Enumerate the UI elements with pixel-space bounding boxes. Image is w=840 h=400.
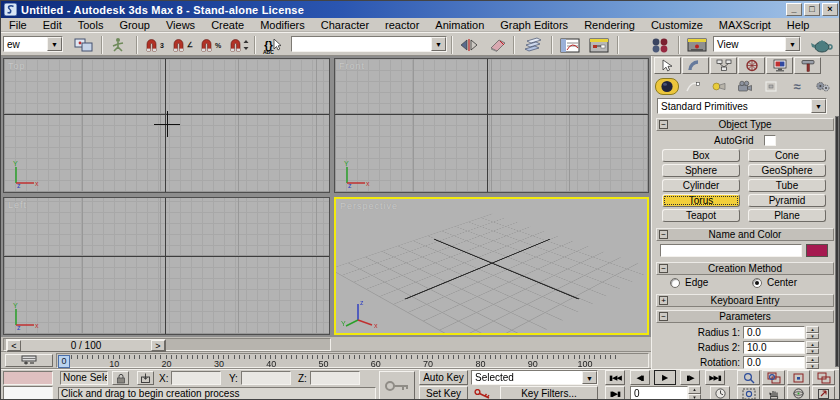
edge-radio[interactable] [670,278,680,288]
rollout-object-type[interactable]: − Object Type [656,118,834,131]
collapse-toggle-icon[interactable]: − [659,230,668,239]
region-zoom-button[interactable] [737,386,760,400]
auto-key-button[interactable]: Auto Key [419,370,468,385]
viewport-grid[interactable] [335,59,648,192]
layer-manager-button[interactable] [519,36,547,54]
collapse-toggle-icon[interactable]: − [659,120,668,129]
menu-tools[interactable]: Tools [70,19,112,31]
named-selection-sets-dropdown[interactable]: ▼ [291,36,447,52]
reference-coordinate-dropdown[interactable]: ew ▼ [3,36,63,52]
go-to-end-button[interactable]: ▶▶▮ [705,370,725,385]
sphere-button[interactable]: Sphere [662,164,740,177]
autogrid-checkbox[interactable] [764,135,776,146]
viewport-perspective[interactable]: Perspective z Y x [334,197,649,335]
dropdown-arrow-icon[interactable]: ▼ [47,37,62,51]
pyramid-button[interactable]: Pyramid [748,194,826,207]
set-keys-button[interactable] [379,371,415,400]
time-slider-handle[interactable]: < 0 / 100 > [6,339,166,352]
spin-up-icon[interactable]: ▴ [688,386,701,394]
render-type-dropdown[interactable]: View ▼ [713,36,801,52]
category-systems[interactable] [811,78,835,95]
teapot-button[interactable]: Teapot [662,209,740,222]
torus-button[interactable]: Torus [662,194,740,207]
maxscript-macro-recorder-pane[interactable] [3,371,53,385]
align-button[interactable] [484,36,510,54]
arc-rotate-button[interactable] [787,386,810,400]
dropdown-arrow-icon[interactable]: ▼ [785,37,800,51]
time-slider-track[interactable]: < 0 / 100 > [3,338,331,351]
x-coordinate-field[interactable] [171,371,221,385]
menu-customize[interactable]: Customize [643,19,711,31]
previous-frame-arrow[interactable]: < [7,340,21,351]
menu-graph-editors[interactable]: Graph Editors [492,19,576,31]
y-coordinate-field[interactable] [241,371,291,385]
menu-help[interactable]: Help [779,19,818,31]
mirror-button[interactable] [456,36,482,54]
key-filters-button[interactable]: Key Filters... [500,386,598,400]
spin-down-icon[interactable]: ▾ [806,333,819,340]
viewport-top[interactable]: Top Y x z [3,58,330,193]
percent-snap-toggle-button[interactable]: % [197,36,223,54]
category-shapes[interactable] [681,78,705,95]
time-configuration-button[interactable] [710,386,730,400]
open-mini-curve-editor-button[interactable] [5,354,53,367]
zoom-extents-button[interactable] [787,370,810,385]
center-radio[interactable] [752,278,762,288]
use-pivot-center-button[interactable] [71,36,97,54]
tab-modify[interactable] [682,57,709,74]
menu-file[interactable]: File [1,19,35,31]
category-geometry[interactable] [655,78,679,95]
dropdown-arrow-icon[interactable]: ▼ [811,99,826,113]
zoom-extents-all-button[interactable] [812,370,835,385]
rollout-name-and-color[interactable]: − Name and Color [656,228,834,241]
menu-views[interactable]: Views [158,19,203,31]
menu-modifiers[interactable]: Modifiers [252,19,313,31]
close-button[interactable]: × [822,3,838,16]
menu-group[interactable]: Group [111,19,158,31]
tab-utilities[interactable] [794,57,821,74]
category-helpers[interactable] [759,78,783,95]
title-bar[interactable]: Untitled - Autodesk 3ds Max 8 - Stand-al… [1,1,840,18]
quick-render-button[interactable] [807,36,837,54]
viewport-label[interactable]: Left [8,200,27,210]
schematic-view-button[interactable] [586,36,612,54]
radius2-spinner[interactable]: 10.0 ▴▾ [743,341,819,354]
menu-rendering[interactable]: Rendering [576,19,643,31]
collapse-toggle-icon[interactable]: − [659,312,668,321]
expand-toggle-icon[interactable]: + [659,296,668,305]
viewport-label[interactable]: Front [339,61,365,71]
select-and-manipulate-button[interactable] [106,36,132,54]
plane-button[interactable]: Plane [748,209,826,222]
pan-button[interactable] [762,386,785,400]
cylinder-button[interactable]: Cylinder [662,179,740,192]
previous-frame-button[interactable]: ◀▮ [630,370,650,385]
tab-hierarchy[interactable] [710,57,737,74]
menu-reactor[interactable]: reactor [377,19,427,31]
category-cameras[interactable] [733,78,757,95]
category-lights[interactable] [707,78,731,95]
angle-snap-toggle-button[interactable]: ∠ [169,36,195,54]
zoom-all-button[interactable] [762,370,785,385]
viewport-left[interactable]: Left Y x z [3,197,330,335]
tab-create[interactable] [654,57,681,74]
cone-button[interactable]: Cone [748,149,826,162]
rollout-parameters[interactable]: − Parameters [656,310,834,323]
viewport-front[interactable]: Front Y x z [334,58,649,193]
primitives-category-dropdown[interactable]: Standard Primitives ▼ [657,98,827,114]
set-key-button[interactable]: Set Key [419,386,468,400]
collapse-toggle-icon[interactable]: − [659,264,668,273]
maxscript-listener-pane[interactable] [3,386,53,400]
spinner-snap-toggle-button[interactable] [225,36,251,54]
current-frame-spinner[interactable]: 0 ▴▾ [630,386,702,400]
current-frame-marker[interactable]: 0 [58,355,70,368]
geosphere-button[interactable]: GeoSphere [748,164,826,177]
next-frame-arrow[interactable]: > [151,340,165,351]
snap-toggle-3d-button[interactable]: 3 [141,36,167,54]
menu-maxscript[interactable]: MAXScript [711,19,779,31]
perspective-grid[interactable] [334,213,649,335]
tube-button[interactable]: Tube [748,179,826,192]
curve-editor-button[interactable] [557,36,583,54]
panel-scrollbar[interactable] [835,116,839,367]
default-in-out-tangent-button[interactable] [471,386,495,400]
rotation-spinner[interactable]: 0.0 ▴▾ [743,356,819,369]
